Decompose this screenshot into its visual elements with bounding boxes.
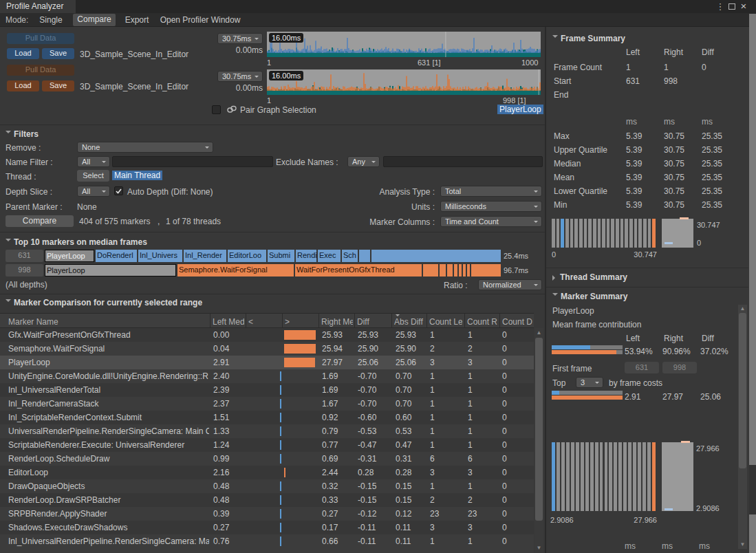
scrollbar-thumb[interactable]	[535, 338, 543, 521]
table-row[interactable]: Inl_ScriptableRenderContext.Submit1.510.…	[0, 411, 534, 424]
top10-segment[interactable]	[440, 264, 446, 276]
top10-segment[interactable]: Inl_Univers	[138, 250, 182, 262]
column-header[interactable]: Left Med	[213, 317, 244, 327]
auto-depth-checkbox[interactable]	[114, 186, 123, 195]
exclude-names-input[interactable]	[383, 156, 543, 167]
pull-data-right-button[interactable]: Pull Data	[7, 65, 74, 76]
top10-segment[interactable]	[371, 250, 501, 262]
graph-selection-label[interactable]: PlayerLoop	[497, 105, 543, 114]
thread-select-button[interactable]: Select	[77, 170, 109, 182]
export-button[interactable]: Export	[121, 14, 153, 26]
maximize-icon[interactable]	[728, 3, 735, 10]
marker-columns-dropdown[interactable]: Time and Count	[440, 216, 542, 227]
scroll-up-icon[interactable]: ▲	[738, 305, 747, 312]
ratio-dropdown[interactable]: Normalized	[478, 279, 542, 290]
top10-segment[interactable]: Inl_Render	[184, 250, 226, 262]
top10-segment[interactable]	[359, 250, 370, 262]
name-filter-input[interactable]	[112, 156, 273, 167]
table-row[interactable]: Inl_UniversalRenderPipeline.RenderSingle…	[0, 534, 534, 548]
load-right-button[interactable]: Load	[7, 80, 39, 91]
column-header[interactable]: Marker Name	[8, 317, 208, 327]
table-row[interactable]: Inl_UniversalRenderTotal2.391.69-0.700.7…	[0, 383, 534, 397]
column-header[interactable]: Count R	[467, 317, 498, 327]
first-frame-right-button[interactable]: 998	[662, 362, 697, 373]
top10-segment[interactable]	[447, 264, 453, 276]
table-row[interactable]: Inl_RenderCameraStack2.371.67-0.700.7011…	[0, 397, 534, 411]
scroll-up-icon[interactable]: ▲	[534, 329, 543, 336]
scroll-down-icon[interactable]: ▼	[534, 545, 543, 552]
open-profiler-window-button[interactable]: Open Profiler Window	[157, 14, 244, 26]
filters-header[interactable]: Filters	[6, 129, 39, 139]
marker-summary-header[interactable]: Marker Summary	[552, 292, 627, 301]
comparison-header[interactable]: Marker Comparison for currently selected…	[6, 298, 202, 307]
top10-segment[interactable]	[423, 264, 438, 276]
top10-segment[interactable]	[459, 264, 462, 276]
top10-segment[interactable]: Sch	[342, 250, 358, 262]
exclude-mode-dropdown[interactable]: Any	[347, 156, 380, 167]
graph-top[interactable]	[267, 32, 541, 57]
top10-frame-button[interactable]: 998	[6, 264, 43, 276]
scrollbar-thumb[interactable]	[739, 313, 746, 468]
units-dropdown[interactable]: Milliseconds	[440, 201, 542, 212]
first-frame-left-button[interactable]: 631	[625, 362, 659, 373]
mode-single-button[interactable]: Single	[33, 14, 69, 26]
graph-bottom[interactable]	[267, 69, 541, 95]
column-header[interactable]: Count Le	[429, 317, 462, 327]
load-left-button[interactable]: Load	[7, 48, 39, 59]
save-left-button[interactable]: Save	[42, 48, 74, 59]
table-row[interactable]: DrawOpaqueObjects0.480.32-0.150.15110	[0, 479, 534, 493]
compare-button[interactable]: Compare	[6, 215, 74, 227]
top10-segment[interactable]: PlayerLoop	[45, 264, 176, 276]
mode-compare-button[interactable]: Compare	[73, 14, 116, 26]
top10-segment[interactable]: Exec	[318, 250, 341, 262]
table-row[interactable]: SRPBRender.ApplyShader0.390.27-0.120.122…	[0, 507, 534, 521]
table-row[interactable]: Semaphore.WaitForSignal0.0425.9425.9025.…	[0, 342, 534, 356]
table-row[interactable]: EditorLoop2.162.440.280.28330	[0, 466, 534, 479]
top10-segment[interactable]: DoRenderl	[96, 250, 137, 262]
window-tab[interactable]: Profile Analyzer	[0, 0, 76, 13]
table-row[interactable]: RenderLoop.DrawSRPBatcher0.480.33-0.150.…	[0, 493, 534, 507]
remove-dropdown[interactable]: None	[77, 142, 213, 153]
column-header[interactable]: >	[285, 317, 312, 327]
table-row[interactable]: PlayerLoop2.9127.9725.0625.06330	[0, 356, 534, 369]
close-icon[interactable]: ×	[739, 0, 748, 12]
top10-segment[interactable]: Rendi	[296, 250, 316, 262]
thread-summary-header[interactable]: Thread Summary	[552, 272, 627, 282]
pull-data-left-button[interactable]: Pull Data	[7, 33, 74, 44]
kebab-menu-icon[interactable]: ⋮	[715, 1, 725, 12]
top10-segment[interactable]: Semaphore.WaitForSignal	[177, 264, 294, 276]
top10-segment[interactable]	[463, 264, 466, 276]
graph-top-scale-dropdown[interactable]: 30.75ms	[217, 33, 263, 44]
table-row[interactable]: Shadows.ExecuteDrawShadows0.270.17-0.110…	[0, 521, 534, 534]
table-row[interactable]: ScriptableRenderer.Execute: UniversalRen…	[0, 438, 534, 452]
column-header[interactable]: <	[248, 317, 276, 327]
top-n-dropdown[interactable]: 3	[576, 377, 603, 388]
top10-segment[interactable]: WaitForPresentOnGfxThread	[295, 264, 422, 276]
top10-header[interactable]: Top 10 markers on median frames	[6, 237, 147, 247]
top10-segment[interactable]	[467, 264, 470, 276]
name-filter-mode-dropdown[interactable]: All	[77, 156, 110, 167]
column-header[interactable]: Abs Diff	[394, 317, 424, 327]
depth-slice-dropdown[interactable]: All	[77, 186, 110, 197]
column-header[interactable]: Count D	[502, 317, 532, 327]
pair-graph-checkbox[interactable]	[212, 105, 221, 114]
table-row[interactable]: Gfx.WaitForPresentOnGfxThread0.0025.9325…	[0, 328, 534, 342]
column-header[interactable]: Right Med	[321, 317, 353, 327]
scroll-down-icon[interactable]: ▼	[738, 541, 747, 548]
column-header[interactable]: Diff	[357, 317, 385, 327]
table-scrollbar[interactable]: ▲ ▼	[534, 328, 543, 553]
table-row[interactable]: RenderLoop.ScheduleDraw0.990.69-0.310.31…	[0, 452, 534, 466]
top10-segment[interactable]: EditorLoo	[228, 250, 266, 262]
top10-segment[interactable]: Submi	[268, 250, 294, 262]
top10-segment[interactable]: PlayerLoop	[45, 250, 94, 262]
top10-frame-button[interactable]: 631	[6, 250, 43, 262]
top10-segment[interactable]	[471, 264, 501, 276]
analysis-type-dropdown[interactable]: Total	[440, 186, 542, 197]
graph-bottom-scale-dropdown[interactable]: 30.75ms	[217, 71, 263, 82]
table-row[interactable]: UnityEngine.CoreModule.dll!UnityEngine.R…	[0, 369, 534, 383]
right-panel-scrollbar[interactable]: ▲ ▼	[738, 305, 747, 549]
save-right-button[interactable]: Save	[42, 80, 74, 91]
frame-summary-header[interactable]: Frame Summary	[552, 34, 625, 43]
top10-segment[interactable]	[454, 264, 457, 276]
table-row[interactable]: UniversalRenderPipeline.RenderSingleCame…	[0, 424, 534, 438]
